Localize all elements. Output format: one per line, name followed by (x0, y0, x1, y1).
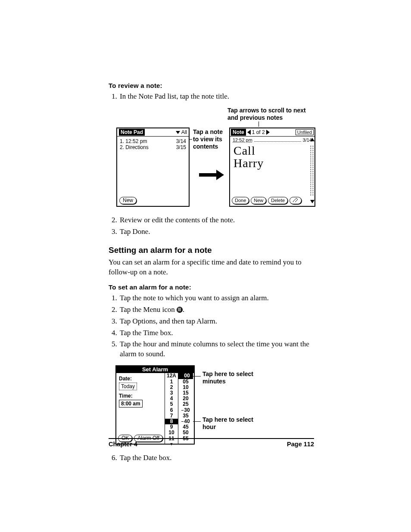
date-box[interactable]: Today (119, 383, 137, 390)
handwriting-content: Call Harry (230, 143, 314, 171)
callout-line (258, 121, 259, 127)
step: Tap Options, and then tap Alarm. (119, 317, 314, 327)
prev-note-icon[interactable] (247, 130, 251, 135)
done-button[interactable]: Done (232, 197, 249, 204)
footer-chapter: Chapter 4 (109, 441, 137, 448)
minute-option[interactable]: 50 (178, 430, 193, 436)
next-note-icon[interactable] (266, 130, 270, 135)
time-label: Time: (119, 393, 162, 399)
title-notepad: Note Pad (119, 129, 145, 136)
heading-setting-alarm: Setting an alarm for a note (109, 246, 314, 255)
para-alarm-intro: You can set an alarm for a specific time… (109, 258, 314, 277)
title-set-alarm: Set Alarm (116, 366, 194, 373)
screen-notepad-list: Note Pad All 1. 12:52 pm3/14 2. Directio… (116, 128, 190, 207)
date-label: Date: (119, 376, 162, 382)
step: Tap the Date box. (119, 453, 314, 463)
minute-option[interactable]: 25 (178, 401, 193, 407)
callout-line (190, 139, 192, 140)
hour-option[interactable]: 1 (165, 379, 178, 385)
step-2: Review or edit the contents of the note. (119, 215, 314, 225)
dropdown-icon (176, 131, 180, 134)
heading-review-note: To review a note: (109, 82, 314, 89)
delete-button[interactable]: Delete (268, 197, 288, 204)
screen-set-alarm: Set Alarm Date: Today Time: 8:00 am OK A… (115, 365, 195, 445)
arrow-right-icon (199, 170, 224, 180)
note-counter: 1 of 2 (252, 129, 265, 135)
minute-option[interactable]: 00 (178, 373, 193, 379)
figure-notepad-screens: Tap arrows to scroll to next and previou… (109, 108, 314, 211)
new-button[interactable]: New (251, 197, 266, 204)
list-item[interactable]: 1. 12:52 pm3/14 (120, 138, 186, 144)
note-time: 12:52 pm (233, 137, 252, 143)
minute-column[interactable]: 000510152025303540455055 (178, 373, 193, 444)
step: Tap the Menu icon ☰. (119, 305, 314, 315)
title-note: Note (231, 129, 246, 136)
step-1: In the Note Pad list, tap the note title… (119, 92, 314, 102)
time-box[interactable]: 8:00 am (119, 400, 143, 408)
hour-option[interactable]: 10 (165, 430, 178, 436)
minute-option[interactable]: 30 (178, 408, 193, 413)
step: Tap the Time box. (119, 328, 314, 338)
callout-tap-note: Tap a note to view its contents (193, 128, 223, 150)
category-box[interactable]: Unfiled (296, 129, 314, 135)
callout-select-hour: Tap here to select hour (202, 416, 254, 431)
pen-icon[interactable] (290, 197, 302, 204)
callout-scroll-arrows: Tap arrows to scroll to next and previou… (227, 107, 309, 121)
step: Tap the note to which you want to assign… (119, 293, 314, 303)
scroll-down-icon[interactable] (310, 200, 314, 203)
minute-option[interactable]: 35 (178, 413, 193, 419)
callout-select-minutes: Tap here to select minutes (202, 370, 263, 385)
hour-column[interactable]: 12A1234567891011▼ (165, 373, 178, 444)
menu-icon: ☰ (177, 307, 183, 313)
scrollbar[interactable] (311, 146, 313, 196)
hour-option[interactable]: 5 (165, 401, 178, 407)
new-button[interactable]: New (119, 197, 137, 204)
hour-option[interactable]: 12A (165, 373, 178, 379)
step-3: Tap Done. (119, 227, 314, 237)
hour-option[interactable]: 2 (165, 385, 178, 390)
step: Tap the hour and minute columns to selec… (119, 339, 314, 359)
hour-option[interactable]: 6 (165, 408, 178, 413)
minute-option[interactable]: 05 (178, 379, 193, 385)
footer-page: Page 112 (287, 441, 314, 448)
category-dropdown[interactable]: All (176, 129, 187, 135)
callout-line (193, 376, 201, 376)
list-item[interactable]: 2. Directions3/15 (120, 144, 186, 150)
scroll-up-icon[interactable] (310, 138, 314, 141)
screen-note-view: Note 1 of 2 Unfiled 12:52 pm 3/14 Call H… (229, 128, 315, 207)
hour-option[interactable]: 7 (165, 413, 178, 419)
heading-to-set-alarm: To set an alarm for a note: (109, 283, 314, 291)
minute-option[interactable]: 10 (178, 385, 193, 390)
callout-line (193, 421, 201, 422)
